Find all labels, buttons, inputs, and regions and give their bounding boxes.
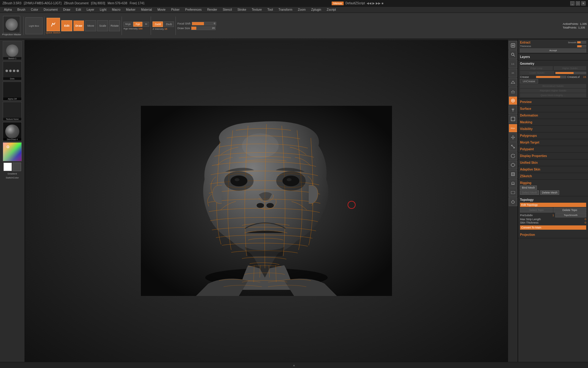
switch-color[interactable]: SwitchColor [6,176,19,179]
morph-target-title[interactable]: Morph Target [520,140,586,145]
display-properties-title[interactable]: Display Properties [520,154,586,158]
edit-topology-btn[interactable]: Edit Topology [520,203,586,207]
menu-movie[interactable]: Movie [155,7,168,12]
rotate-icon-btn[interactable] [509,151,517,160]
maximize-btn[interactable]: □ [576,1,580,6]
menu-material[interactable]: Material [139,7,154,12]
crease-slider[interactable] [536,76,567,78]
move-icon-btn[interactable] [509,133,517,142]
material-thumb[interactable]: SkinShad 4 [3,122,22,141]
projection-master-thumb[interactable] [3,16,20,33]
lasso-btn[interactable] [509,197,517,206]
draw-size-slider[interactable]: 20 [191,26,216,30]
menu-marker[interactable]: Marker [124,7,138,12]
alpha-square-thumb[interactable]: Alpha Off [3,82,22,101]
foreground-color[interactable] [3,163,12,171]
subdiv-slider[interactable] [555,72,586,74]
local-btn[interactable] [509,96,517,105]
menu-preferences[interactable]: Preferences [183,7,204,12]
minimize-btn[interactable]: _ [570,1,575,6]
scale-btn[interactable]: Scale [97,20,108,31]
rigging-title[interactable]: Rigging [520,181,586,185]
persp-btn[interactable] [509,78,517,86]
zsketch-title[interactable]: ZSketch [520,174,586,178]
edgeloop-btn[interactable]: Edge Loop [520,66,553,70]
m-btn[interactable]: M [143,22,149,27]
menu-brush[interactable]: Brush [15,7,28,12]
polyf-btn[interactable] [509,161,517,169]
menu-draw[interactable]: Draw [61,7,72,12]
actual-btn[interactable]: 1:1 [509,59,517,68]
transp-btn[interactable] [509,170,517,178]
menu-render[interactable]: Render [205,7,219,12]
rgb-btn[interactable]: Rgb [133,22,142,27]
menu-picker[interactable]: Picker [169,7,182,12]
convert-to-main-btn[interactable]: Convert To Main [520,225,586,230]
close-btn[interactable]: ✕ [581,1,586,6]
preview-title[interactable]: Preview [520,100,586,104]
zbrush-canvas[interactable] [25,40,508,362]
brush-thumb[interactable]: Sketch 1 [3,41,22,60]
scroll-btn[interactable] [509,41,517,50]
zadd-btn[interactable]: Zadd [153,21,163,27]
mrgb-btn[interactable]: Mrgb [123,22,133,27]
focal-shift-slider[interactable]: 0 [192,22,216,25]
move-btn[interactable]: Move [85,20,96,31]
menu-document[interactable]: Document [42,7,60,12]
deformation-title[interactable]: Deformation [520,113,586,118]
menu-alpha[interactable]: Alpha [2,7,14,12]
toposmooth-btn[interactable]: TopoSmooth [555,213,586,217]
frame-btn[interactable] [509,115,517,123]
masking-title[interactable]: Masking [520,120,586,125]
higher-subdiv-btn[interactable]: Higher Subdiv [554,66,586,70]
lower-subdiv-btn[interactable]: Lower Subdiv [520,71,554,75]
menu-zscript[interactable]: Zscript [325,7,338,12]
scale-icon-btn[interactable] [509,142,517,151]
thickness-slider[interactable] [577,45,586,48]
menu-layer[interactable]: Layer [85,7,96,12]
nvyz-btn[interactable]: NVyz [509,124,517,132]
texture-thumb[interactable]: Texture None [3,102,22,121]
light-box-btn[interactable]: Light Box [25,17,43,34]
menu-zoom[interactable]: Zoom [296,7,308,12]
zsub-btn[interactable]: Zsub [164,21,174,27]
selrect-btn[interactable] [509,188,517,197]
bind-mesh-btn[interactable]: Bind Mesh [520,186,537,190]
canvas-area[interactable] [25,40,508,362]
menu-texture[interactable]: Texture [250,7,264,12]
menu-light[interactable]: Light [98,7,109,12]
alpha-thumb[interactable]: Dots [3,61,22,80]
aahalf-btn[interactable]: AA [509,69,517,77]
projection-title[interactable]: Projection [520,232,586,237]
ghost-btn[interactable] [509,179,517,188]
menu-tool[interactable]: Tool [265,7,275,12]
quick-sketch-btn[interactable] [47,18,60,31]
sym-btn[interactable] [509,105,517,114]
menu-zplugin[interactable]: Zplugin [309,7,323,12]
visibility-title[interactable]: Visibility [520,127,586,131]
adaptive-skin-title[interactable]: Adaptive Skin [520,167,586,172]
floor-btn[interactable] [509,87,517,96]
draw-btn[interactable]: Draw [73,20,84,31]
menu-color[interactable]: Color [29,7,40,12]
menu-btn[interactable]: Menua [332,2,344,5]
zoom-btn[interactable] [509,50,517,59]
uncrease-btn[interactable]: UnCrease [520,79,538,83]
menu-stencil[interactable]: Stencil [221,7,234,12]
smooth-slider[interactable] [577,41,586,44]
menu-stroke[interactable]: Stroke [235,7,248,12]
polypaint-title[interactable]: Polypaint [520,147,586,151]
unified-skin-title[interactable]: Unified Skin [520,160,586,165]
background-color[interactable] [13,163,21,171]
color-picker-area[interactable] [3,142,22,161]
select-mesh-btn[interactable]: Select Mesh [520,190,539,195]
menu-edit[interactable]: Edit [74,7,83,12]
delete-mesh-btn[interactable]: Delete Mesh [540,190,560,195]
menu-macro[interactable]: Macro [110,7,123,12]
rotate-btn[interactable]: Rotate [109,20,120,31]
surface-title[interactable]: Surface [520,106,586,111]
select-topo-btn[interactable]: Select Topo [520,208,553,213]
accept-btn[interactable]: Accept [520,48,586,52]
delete-topo-btn[interactable]: Delete Topo [553,208,586,213]
polygroups-title[interactable]: Polygroups [520,133,586,138]
